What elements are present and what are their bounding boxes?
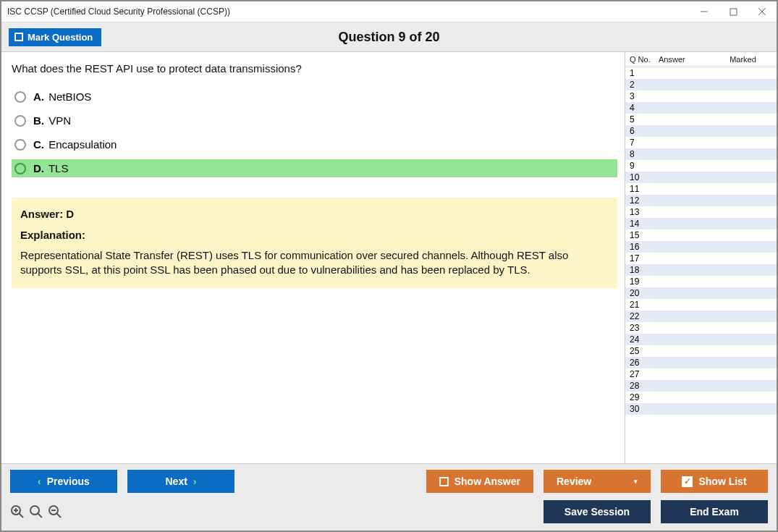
side-row[interactable]: 12 <box>625 195 777 206</box>
next-button[interactable]: Next › <box>127 470 234 493</box>
side-row[interactable]: 25 <box>625 345 777 357</box>
review-button[interactable]: Review ▾ <box>544 470 651 493</box>
side-row-qno: 8 <box>630 149 659 159</box>
side-row-qno: 29 <box>630 392 659 402</box>
side-row-qno: 7 <box>630 138 659 148</box>
option-letter: D. <box>33 162 44 174</box>
zoom-in-icon[interactable] <box>29 504 43 519</box>
zoom-reset-icon[interactable] <box>10 504 25 519</box>
side-row[interactable]: 7 <box>625 137 777 148</box>
side-row[interactable]: 20 <box>625 287 777 299</box>
end-exam-button[interactable]: End Exam <box>661 500 768 523</box>
side-row[interactable]: 9 <box>625 160 777 172</box>
option-text: VPN <box>48 114 71 127</box>
option-a[interactable]: A. NetBIOS <box>12 88 617 106</box>
close-button[interactable] <box>748 1 777 22</box>
app-window: ISC CCSP (Certified Cloud Security Profe… <box>0 0 778 532</box>
radio-icon <box>14 139 26 151</box>
zoom-out-icon[interactable] <box>48 504 62 519</box>
side-row[interactable]: 15 <box>625 229 777 241</box>
option-d[interactable]: D. TLS <box>12 159 617 177</box>
side-row-qno: 16 <box>630 242 659 252</box>
side-row[interactable]: 13 <box>625 206 777 218</box>
main-panel: What does the REST API use to protect da… <box>1 52 625 463</box>
previous-button[interactable]: ‹ Previous <box>10 470 117 493</box>
side-row[interactable]: 28 <box>625 380 777 392</box>
chevron-down-icon: ▾ <box>634 478 638 485</box>
side-row-qno: 11 <box>630 184 659 194</box>
side-row[interactable]: 22 <box>625 311 777 322</box>
side-row[interactable]: 8 <box>625 148 777 160</box>
option-letter: B. <box>33 114 44 127</box>
side-row[interactable]: 18 <box>625 264 777 276</box>
col-answer: Answer <box>659 55 709 64</box>
side-row[interactable]: 19 <box>625 276 777 287</box>
maximize-button[interactable] <box>719 1 748 22</box>
end-exam-label: End Exam <box>690 506 739 518</box>
side-row[interactable]: 24 <box>625 334 777 345</box>
side-row[interactable]: 3 <box>625 90 777 102</box>
radio-icon <box>14 91 26 103</box>
review-label: Review <box>557 476 591 487</box>
checkbox-icon <box>14 33 23 41</box>
side-row[interactable]: 1 <box>625 67 777 79</box>
svg-line-9 <box>38 514 43 518</box>
side-row-qno: 27 <box>630 369 659 379</box>
side-row-qno: 13 <box>630 207 659 217</box>
side-row-qno: 2 <box>630 80 659 90</box>
minimize-button[interactable] <box>690 1 719 22</box>
side-row-qno: 4 <box>630 103 659 113</box>
side-row-qno: 22 <box>630 311 659 321</box>
option-letter: C. <box>33 138 44 151</box>
mark-question-label: Mark Question <box>28 32 93 43</box>
side-row-qno: 30 <box>630 404 659 414</box>
option-b[interactable]: B. VPN <box>12 111 617 130</box>
side-list[interactable]: 1234567891011121314151617181920212223242… <box>625 67 777 463</box>
chevron-right-icon: › <box>193 476 197 487</box>
side-row-qno: 12 <box>630 195 659 206</box>
check-icon: ✓ <box>682 476 693 487</box>
side-row[interactable]: 11 <box>625 183 777 195</box>
side-row[interactable]: 21 <box>625 299 777 311</box>
side-row-qno: 10 <box>630 172 659 182</box>
side-row[interactable]: 29 <box>625 392 777 403</box>
titlebar: ISC CCSP (Certified Cloud Security Profe… <box>1 1 777 22</box>
side-row-qno: 14 <box>630 219 659 229</box>
side-row-qno: 28 <box>630 381 659 391</box>
svg-line-5 <box>20 514 24 518</box>
side-row[interactable]: 4 <box>625 102 777 114</box>
mark-question-button[interactable]: Mark Question <box>9 28 101 46</box>
radio-icon <box>14 163 26 174</box>
show-list-button[interactable]: ✓ Show List <box>661 470 768 493</box>
side-row[interactable]: 5 <box>625 114 777 125</box>
side-row[interactable]: 10 <box>625 172 777 183</box>
bottom-row-2: Save Session End Exam <box>10 500 768 523</box>
side-row-qno: 24 <box>630 334 659 345</box>
option-text: Encapsulation <box>48 138 117 151</box>
side-row[interactable]: 2 <box>625 79 777 90</box>
save-session-button[interactable]: Save Session <box>544 500 651 523</box>
options-list: A. NetBIOS B. VPN C. Encapsulation D. TL… <box>12 88 617 177</box>
side-row-qno: 15 <box>630 230 659 240</box>
option-c[interactable]: C. Encapsulation <box>12 135 617 153</box>
col-marked: Marked <box>709 55 777 64</box>
save-session-label: Save Session <box>565 506 630 518</box>
side-row-qno: 5 <box>630 114 659 124</box>
side-header: Q No. Answer Marked <box>625 52 777 67</box>
svg-rect-1 <box>730 9 737 15</box>
bottom-row-1: ‹ Previous Next › Show Answer Review ▾ ✓… <box>10 470 768 493</box>
side-row[interactable]: 23 <box>625 322 777 334</box>
answer-line: Answer: D <box>20 208 609 220</box>
side-row[interactable]: 27 <box>625 368 777 380</box>
side-row[interactable]: 14 <box>625 218 777 229</box>
show-answer-label: Show Answer <box>454 476 520 487</box>
answer-box: Answer: D Explanation: Representational … <box>12 198 617 288</box>
side-row[interactable]: 17 <box>625 253 777 264</box>
side-row[interactable]: 26 <box>625 357 777 368</box>
side-row[interactable]: 30 <box>625 403 777 415</box>
show-answer-button[interactable]: Show Answer <box>426 470 533 493</box>
option-letter: A. <box>33 90 44 103</box>
previous-label: Previous <box>47 476 90 487</box>
side-row[interactable]: 16 <box>625 241 777 253</box>
side-row[interactable]: 6 <box>625 125 777 137</box>
